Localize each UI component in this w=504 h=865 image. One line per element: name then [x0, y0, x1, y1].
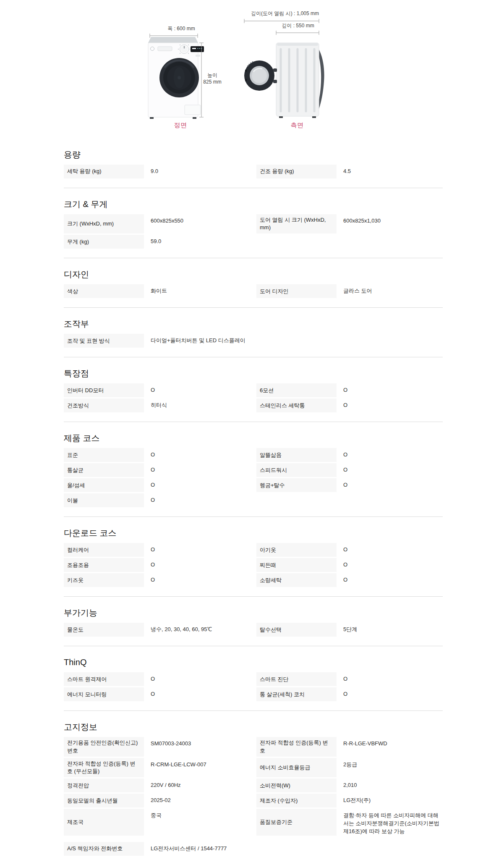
- spec-row: A/S 책임자와 전화번호LG전자서비스센터 / 1544-7777: [64, 842, 443, 856]
- spec-label: 알뜰삶음: [256, 448, 337, 462]
- section-title: 부가기능: [64, 608, 443, 617]
- washer-side-illustration: 깊이(도어 열림 시) : 1,005 mm 깊이 : 550 mm: [237, 8, 327, 118]
- section-title: 디자인: [64, 270, 443, 279]
- spec-label: 소비전력(W): [256, 778, 337, 792]
- spec-value: 5단계: [343, 623, 443, 637]
- spec-label: 전기용품 안전인증(확인신고) 번호: [64, 737, 144, 756]
- spec-value: O: [343, 558, 443, 572]
- spec-value: O: [151, 448, 256, 462]
- spec-row: 울/섬세O헹굼+탈수O: [64, 478, 443, 492]
- side-depth-dimension-label: 깊이 : 550 mm: [282, 23, 314, 29]
- spec-row: 정격전압220V / 60Hz소비전력(W)2,010: [64, 778, 443, 792]
- spec-row: 조용조용O찌든때O: [64, 558, 443, 572]
- spec-label: A/S 책임자와 전화번호: [64, 842, 144, 856]
- spec-section: 다운로드 코스컬러케어O아기옷O조용조용O찌든때O키즈옷O소량세탁O: [64, 517, 443, 597]
- spec-section: ThinQ스마트 원격제어O스마트 진단O에너지 모니터링O통 살균(세척) 코…: [64, 646, 443, 711]
- spec-row: 전기용품 안전인증(확인신고) 번호SM07003-24003전자파 적합성 인…: [64, 737, 443, 756]
- washer-feet: [150, 117, 196, 119]
- spec-label: 세탁 용량 (kg): [64, 165, 144, 178]
- spec-label: 스마트 진단: [256, 672, 337, 686]
- spec-value: O: [343, 573, 443, 587]
- spec-value: 59.0: [151, 235, 256, 249]
- spec-value: 다이얼+풀터치버튼 및 LED 디스플레이: [151, 334, 256, 348]
- spec-value: O: [343, 383, 443, 397]
- spec-value: 220V / 60Hz: [151, 778, 256, 792]
- spec-label: 조용조용: [64, 558, 144, 572]
- spec-label: 컬러케어: [64, 543, 144, 557]
- spec-row: 세탁 용량 (kg)9.0건조 용량 (kg)4.5: [64, 165, 443, 178]
- spec-row: 물온도냉수, 20, 30, 40, 60, 95℃탈수선택5단계: [64, 623, 443, 637]
- spec-value: O: [151, 558, 256, 572]
- spec-section: 크기 & 무게크기 (WxHxD, mm)600x825x550도어 열림 시 …: [64, 188, 443, 258]
- spec-label: 색상: [64, 284, 144, 298]
- spec-label: 전자파 적합성 인증(등록) 번호: [256, 737, 337, 756]
- spec-label: 키즈옷: [64, 573, 144, 587]
- spec-label: 6모션: [256, 383, 337, 397]
- spec-label: 전자파 적합성 인증(등록) 번호 (무선모듈): [64, 758, 144, 777]
- spec-value: 냉수, 20, 30, 40, 60, 95℃: [151, 623, 256, 637]
- spec-row: 무게 (kg)59.0: [64, 235, 443, 249]
- spec-row: 인버터 DD모터O6모션O: [64, 383, 443, 397]
- side-top-edge: [277, 43, 318, 46]
- spec-value: 4.5: [343, 165, 443, 178]
- spec-label: 소량세탁: [256, 573, 337, 587]
- spec-label: 스피드워시: [256, 463, 337, 477]
- spec-label: 이불: [64, 493, 144, 507]
- washer-feet: [279, 116, 316, 118]
- section-title: 다운로드 코스: [64, 528, 443, 537]
- section-title: 특장점: [64, 369, 443, 378]
- spec-row: 제조국중국품질보증기준결함·하자 등에 따른 소비자피해에 대해서는 소비자분쟁…: [64, 809, 443, 836]
- spec-value: 중국: [151, 809, 256, 836]
- spec-label: 통살균: [64, 463, 144, 477]
- spec-value: O: [343, 478, 443, 492]
- spec-value: 화이트: [151, 284, 256, 298]
- spec-value: 2025-02: [151, 794, 256, 807]
- front-view-label: 정면: [174, 121, 187, 129]
- spec-value: O: [343, 463, 443, 477]
- spec-value: SM07003-24003: [151, 737, 256, 756]
- spec-row: 이불O: [64, 493, 443, 507]
- spec-label: 찌든때: [256, 558, 337, 572]
- section-title: 고지정보: [64, 722, 443, 731]
- spec-value: O: [151, 672, 256, 686]
- washer-door: [159, 58, 199, 97]
- spec-value: 9.0: [151, 165, 256, 178]
- spec-label: 스마트 원격제어: [64, 672, 144, 686]
- spec-label: 동일모델의 출시년월: [64, 794, 144, 807]
- spec-label: 무게 (kg): [64, 235, 144, 249]
- spec-row: 컬러케어O아기옷O: [64, 543, 443, 557]
- spec-label: 탈수선택: [256, 623, 337, 637]
- spec-value: O: [343, 543, 443, 557]
- spec-value: O: [151, 543, 256, 557]
- section-title: ThinQ: [64, 658, 443, 667]
- spec-section: 고지정보전기용품 안전인증(확인신고) 번호SM07003-24003전자파 적…: [64, 711, 443, 865]
- spec-row: 건조방식히터식스테인리스 세탁통O: [64, 398, 443, 412]
- washer-front-illustration: 폭 : 600 mm: [143, 23, 222, 121]
- spec-label: 도어 열림 시 크기 (WxHxD, mm): [256, 214, 337, 233]
- spec-value: 2,010: [343, 778, 443, 792]
- spec-value: R-CRM-LGE-LCW-007: [151, 758, 256, 777]
- product-dimension-figures: 폭 : 600 mm: [0, 0, 504, 135]
- spec-value: O: [151, 573, 256, 587]
- spec-label: 물온도: [64, 623, 144, 637]
- specification-tables: 용량세탁 용량 (kg)9.0건조 용량 (kg)4.5크기 & 무게크기 (W…: [64, 135, 443, 865]
- spec-value: O: [151, 478, 256, 492]
- spec-label: 에너지 소비효율등급: [256, 758, 337, 777]
- spec-row: 크기 (WxHxD, mm)600x825x550도어 열림 시 크기 (WxH…: [64, 214, 443, 233]
- spec-row: 동일모델의 출시년월2025-02제조자 (수입자)LG전자(주): [64, 794, 443, 807]
- spec-value: O: [151, 463, 256, 477]
- section-title: 크기 & 무게: [64, 199, 443, 209]
- spec-row: 전자파 적합성 인증(등록) 번호 (무선모듈)R-CRM-LGE-LCW-00…: [64, 758, 443, 777]
- spec-value: 글라스 도어: [343, 284, 443, 298]
- spec-row: 에너지 모니터링O통 살균(세척) 코치O: [64, 687, 443, 701]
- spec-row: 조작 및 표현 방식다이얼+풀터치버튼 및 LED 디스플레이: [64, 334, 443, 348]
- spec-value: LG전자서비스센터 / 1544-7777: [151, 842, 256, 856]
- spec-section: 제품 코스표준O알뜰삶음O통살균O스피드워시O울/섬세O헹굼+탈수O이불O: [64, 422, 443, 517]
- spec-value: 600x825x550: [151, 214, 256, 233]
- spec-value: 히터식: [151, 398, 256, 412]
- front-width-dimension-label: 폭 : 600 mm: [167, 26, 195, 31]
- open-door: [244, 60, 277, 91]
- spec-label: 스테인리스 세탁통: [256, 398, 337, 412]
- spec-value: R-R-LGE-VBFWD: [343, 737, 443, 756]
- spec-label: 에너지 모니터링: [64, 687, 144, 701]
